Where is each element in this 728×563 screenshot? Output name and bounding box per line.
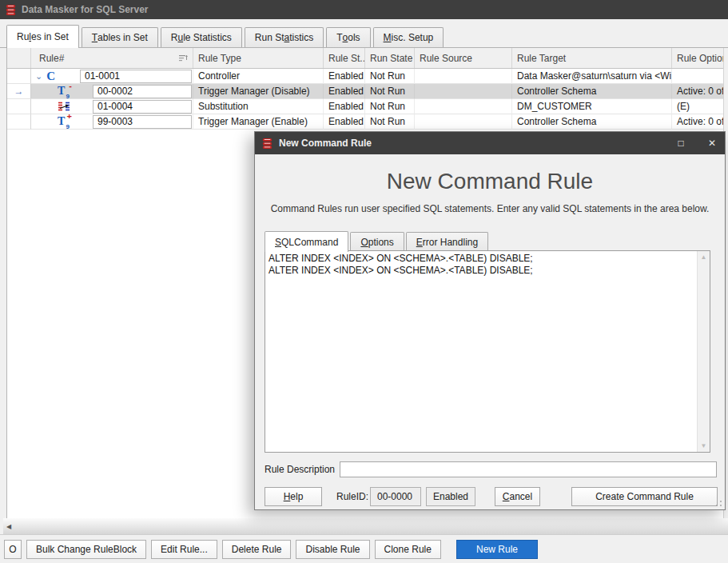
bottom-toolbar: O Bulk Change RuleBlock Edit Rule... Del… bbox=[0, 534, 728, 563]
rule-number-box[interactable]: 99-0003 bbox=[93, 115, 192, 129]
rule-source-cell[interactable] bbox=[415, 84, 512, 99]
new-command-rule-dialog: New Command Rule □ ✕ New Command Rule Co… bbox=[254, 131, 726, 510]
clone-rule-button[interactable]: Clone Rule bbox=[375, 540, 441, 559]
rule-options-cell[interactable]: (E) bbox=[672, 99, 728, 114]
table-row[interactable]: → T 9 - 00-0002 Trigger Manager (Disable… bbox=[7, 84, 728, 99]
rule-options-cell[interactable] bbox=[672, 69, 728, 84]
rule-status-cell[interactable]: Enabled bbox=[324, 114, 365, 130]
rule-number-cell: T 9 - 00-0002 bbox=[31, 84, 193, 99]
trigger-letter: T bbox=[58, 115, 65, 127]
rule-number-box[interactable]: 00-0002 bbox=[93, 85, 192, 98]
rule-description-row: Rule Description bbox=[265, 461, 717, 477]
rule-number-box[interactable]: 01-0004 bbox=[93, 100, 192, 114]
controller-rule-icon: C bbox=[46, 70, 55, 83]
row-indicator-cell bbox=[7, 99, 31, 114]
scroll-left-icon[interactable]: ◀ bbox=[6, 523, 11, 530]
rule-status-cell[interactable]: Enabled bbox=[324, 99, 365, 114]
app-title: Data Masker for SQL Server bbox=[22, 4, 149, 15]
rule-target-cell[interactable]: DM_CUSTOMER bbox=[512, 99, 672, 114]
close-icon[interactable]: ✕ bbox=[699, 132, 725, 154]
rule-description-input[interactable] bbox=[340, 461, 717, 477]
rule-source-cell[interactable] bbox=[415, 99, 512, 114]
chevron-down-icon[interactable]: ⌄ bbox=[35, 72, 42, 80]
rule-type-cell[interactable]: Trigger Manager (Enable) bbox=[193, 114, 324, 130]
run-state-cell[interactable]: Not Run bbox=[365, 99, 415, 114]
tab-sql-command[interactable]: SQLCommand bbox=[265, 231, 348, 252]
rule-type-cell[interactable]: Trigger Manager (Disable) bbox=[193, 84, 324, 99]
trigger-subscript: 9 bbox=[66, 93, 70, 99]
column-header-rule-number[interactable]: Rule# bbox=[31, 48, 193, 68]
rule-number-box[interactable]: 01-0001 bbox=[80, 70, 192, 83]
tab-options[interactable]: Options bbox=[350, 232, 404, 251]
run-state-cell[interactable]: Not Run bbox=[365, 114, 415, 130]
edit-rule-button[interactable]: Edit Rule... bbox=[151, 540, 217, 559]
table-row[interactable]: T 9 + 99-0003 Trigger Manager (Enable) E… bbox=[7, 114, 728, 130]
row-indicator-cell: → bbox=[7, 84, 31, 99]
maximize-icon[interactable]: □ bbox=[668, 132, 694, 154]
grid-horizontal-scrollbar[interactable]: ◀ bbox=[3, 518, 728, 534]
rule-status-cell[interactable]: Enabled bbox=[324, 69, 365, 84]
tab-tables-in-set[interactable]: Tables in Set bbox=[82, 27, 158, 47]
overflow-button[interactable]: O bbox=[4, 540, 22, 559]
rule-type-cell[interactable]: Substitution bbox=[193, 99, 324, 114]
help-button[interactable]: Help bbox=[265, 487, 322, 506]
rule-description-label: Rule Description bbox=[265, 464, 340, 475]
scroll-down-icon[interactable]: ▼ bbox=[701, 442, 707, 449]
enabled-state-value: Enabled bbox=[426, 487, 475, 506]
rule-options-cell[interactable]: Active: 0 of 0 bbox=[672, 114, 728, 130]
delete-rule-button[interactable]: Delete Rule bbox=[222, 540, 292, 559]
dialog-subtitle: Command Rules run user specified SQL sta… bbox=[255, 203, 725, 214]
trigger-plus-badge: + bbox=[67, 114, 72, 121]
trigger-manager-disable-icon: T 9 - bbox=[58, 85, 66, 98]
main-title-bar: Data Masker for SQL Server bbox=[0, 0, 728, 19]
run-state-cell[interactable]: Not Run bbox=[365, 69, 415, 84]
trigger-subscript: 9 bbox=[66, 123, 70, 130]
bulk-change-ruleblock-button[interactable]: Bulk Change RuleBlock bbox=[26, 540, 146, 559]
column-header-rule-target[interactable]: Rule Target bbox=[512, 48, 672, 68]
column-header-rule-type[interactable]: Rule Type bbox=[193, 48, 324, 68]
rule-options-cell[interactable]: Active: 0 of 0 bbox=[672, 84, 728, 99]
dialog-tab-strip: SQLCommand Options Error Handling bbox=[265, 230, 490, 251]
tree-indent: T 9 - bbox=[31, 84, 93, 98]
tab-rule-statistics[interactable]: Rule Statistics bbox=[161, 27, 242, 47]
rule-target-cell[interactable]: Data Masker@saturn\saturn via <Wi... bbox=[512, 69, 672, 84]
create-command-rule-button[interactable]: Create Command Rule bbox=[571, 487, 718, 506]
tab-run-statistics[interactable]: Run Statistics bbox=[245, 27, 324, 47]
sql-command-input[interactable]: ALTER INDEX <INDEX> ON <SCHEMA>.<TABLE) … bbox=[265, 251, 697, 452]
sql-vertical-scrollbar[interactable]: ▲ ▼ bbox=[697, 251, 710, 452]
new-rule-button[interactable]: New Rule bbox=[456, 540, 538, 559]
rule-number-cell: T 9 + 99-0003 bbox=[31, 114, 193, 130]
rule-id-value: 00-0000 bbox=[370, 487, 421, 506]
tab-rules-in-set[interactable]: Rules in Set bbox=[6, 25, 79, 48]
rule-target-cell[interactable]: Controller Schema bbox=[512, 114, 672, 130]
rule-type-cell[interactable]: Controller bbox=[193, 69, 324, 84]
rule-status-cell[interactable]: Enabled bbox=[324, 84, 365, 99]
column-header-rule-options[interactable]: Rule Options bbox=[672, 48, 728, 68]
rule-target-cell[interactable]: Controller Schema bbox=[512, 84, 672, 99]
header-gutter-cell bbox=[7, 48, 31, 68]
dialog-database-icon bbox=[261, 138, 273, 150]
tab-tools[interactable]: Tools bbox=[326, 27, 370, 47]
trigger-letter: T bbox=[58, 85, 65, 97]
column-header-run-state[interactable]: Run State bbox=[365, 48, 415, 68]
tab-misc-setup[interactable]: Misc. Setup bbox=[373, 27, 444, 47]
rule-source-cell[interactable] bbox=[415, 69, 512, 84]
row-indicator-cell bbox=[7, 114, 31, 130]
dialog-heading: New Command Rule bbox=[255, 169, 725, 194]
app-database-icon bbox=[5, 4, 17, 16]
disable-rule-button[interactable]: Disable Rule bbox=[296, 540, 369, 559]
table-row[interactable]: ⌄ C 01-0001 Controller Enabled Not Run D… bbox=[7, 69, 728, 84]
cancel-button[interactable]: Cancel bbox=[495, 487, 540, 506]
rule-source-cell[interactable] bbox=[415, 114, 512, 130]
column-header-rule-status[interactable]: Rule St... bbox=[324, 48, 365, 68]
dialog-button-row: Help RuleID: 00-0000 Enabled Cancel Crea… bbox=[265, 487, 717, 506]
resize-grip[interactable] bbox=[714, 499, 722, 508]
main-tab-strip: Rules in Set Tables in Set Rule Statisti… bbox=[0, 19, 728, 48]
scroll-up-icon[interactable]: ▲ bbox=[701, 254, 707, 261]
tab-error-handling[interactable]: Error Handling bbox=[406, 232, 488, 251]
run-state-cell[interactable]: Not Run bbox=[365, 84, 415, 99]
table-row[interactable]: 01-0004 Substitution Enabled Not Run DM_… bbox=[7, 99, 728, 114]
rule-number-cell: 01-0004 bbox=[31, 99, 193, 114]
trigger-minus-badge: - bbox=[69, 84, 72, 90]
column-header-rule-source[interactable]: Rule Source bbox=[415, 48, 512, 68]
